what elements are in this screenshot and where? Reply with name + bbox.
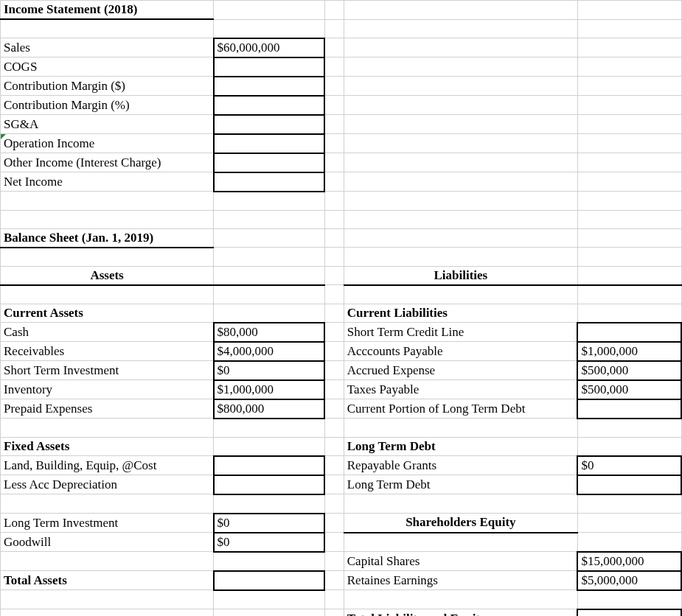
cell[interactable] <box>324 57 344 77</box>
cell[interactable] <box>214 1 325 20</box>
cell[interactable] <box>214 437 325 456</box>
cell[interactable] <box>1 494 214 514</box>
cell[interactable] <box>324 228 344 248</box>
cell[interactable] <box>344 590 577 609</box>
cell[interactable] <box>344 172 577 192</box>
cell[interactable] <box>577 494 681 514</box>
total-le-value[interactable] <box>577 609 681 617</box>
cell[interactable] <box>577 172 681 192</box>
cell[interactable] <box>577 266 681 285</box>
cell[interactable] <box>344 419 577 438</box>
ltd-value[interactable] <box>577 475 681 494</box>
inventory-value[interactable]: $1,000,000 <box>214 380 325 399</box>
cell[interactable] <box>324 494 344 514</box>
other-income-value[interactable] <box>214 153 325 172</box>
cell[interactable] <box>577 153 681 172</box>
cell[interactable] <box>577 533 681 552</box>
cell[interactable] <box>577 96 681 115</box>
cell[interactable] <box>577 514 681 533</box>
cell[interactable] <box>577 210 681 228</box>
cell[interactable] <box>324 77 344 96</box>
cell[interactable] <box>324 134 344 153</box>
sga-value[interactable] <box>214 115 325 134</box>
cell[interactable] <box>324 192 344 211</box>
cell[interactable] <box>1 192 214 211</box>
cell[interactable] <box>1 552 214 571</box>
cell[interactable] <box>324 1 344 20</box>
accrued-value[interactable]: $500,000 <box>577 361 681 380</box>
goodwill-value[interactable]: $0 <box>214 533 325 552</box>
net-income-value[interactable] <box>214 172 325 192</box>
cell[interactable] <box>344 192 577 211</box>
cell[interactable] <box>324 399 344 419</box>
capital-value[interactable]: $15,000,000 <box>577 552 681 571</box>
taxes-value[interactable]: $500,000 <box>577 380 681 399</box>
cell[interactable] <box>577 115 681 134</box>
cell[interactable] <box>1 419 214 438</box>
cell[interactable] <box>324 285 344 304</box>
lti-value[interactable]: $0 <box>214 514 325 533</box>
cell[interactable] <box>214 228 325 248</box>
cell[interactable] <box>324 533 344 552</box>
ap-value[interactable]: $1,000,000 <box>577 342 681 361</box>
cell[interactable] <box>577 134 681 153</box>
cell[interactable] <box>324 571 344 590</box>
cell[interactable] <box>324 590 344 609</box>
cell[interactable] <box>324 323 344 342</box>
sales-value[interactable]: $60,000,000 <box>214 38 325 57</box>
cell[interactable] <box>577 57 681 77</box>
cell[interactable] <box>324 96 344 115</box>
cell[interactable] <box>1 590 214 609</box>
cell[interactable] <box>214 590 325 609</box>
cell[interactable] <box>324 304 344 323</box>
cell[interactable] <box>214 552 325 571</box>
cell[interactable] <box>577 228 681 248</box>
cell[interactable] <box>324 475 344 494</box>
cell[interactable] <box>214 248 325 267</box>
cell[interactable] <box>324 115 344 134</box>
cell[interactable] <box>214 210 325 228</box>
cell[interactable] <box>1 248 214 267</box>
cell[interactable] <box>577 1 681 20</box>
less-dep-value[interactable] <box>214 475 325 494</box>
total-assets-value[interactable] <box>214 571 325 590</box>
cash-value[interactable]: $80,000 <box>214 323 325 342</box>
cell[interactable] <box>324 552 344 571</box>
cell[interactable] <box>344 285 577 304</box>
prepaid-value[interactable]: $800,000 <box>214 399 325 419</box>
cell[interactable] <box>324 210 344 228</box>
cell[interactable] <box>577 248 681 267</box>
cell[interactable] <box>1 19 214 38</box>
cell[interactable] <box>344 115 577 134</box>
cpltd-value[interactable] <box>577 399 681 419</box>
cell[interactable] <box>1 210 214 228</box>
cell[interactable] <box>577 19 681 38</box>
repayable-value[interactable]: $0 <box>577 456 681 475</box>
cell[interactable] <box>577 590 681 609</box>
cell[interactable] <box>344 228 577 248</box>
cell[interactable] <box>344 57 577 77</box>
cell[interactable] <box>344 1 577 20</box>
cell[interactable] <box>324 419 344 438</box>
cell[interactable] <box>1 609 214 617</box>
cell[interactable] <box>324 19 344 38</box>
cell[interactable] <box>577 304 681 323</box>
cogs-value[interactable] <box>214 57 325 77</box>
lbe-value[interactable] <box>214 456 325 475</box>
cell[interactable] <box>214 304 325 323</box>
cell[interactable] <box>577 419 681 438</box>
cell[interactable] <box>324 380 344 399</box>
cell[interactable] <box>324 172 344 192</box>
cell[interactable] <box>344 494 577 514</box>
cell[interactable] <box>577 437 681 456</box>
cell[interactable] <box>577 285 681 304</box>
cell[interactable] <box>324 437 344 456</box>
cm-pct-value[interactable] <box>214 96 325 115</box>
cell[interactable] <box>344 38 577 57</box>
cell[interactable] <box>577 192 681 211</box>
cell[interactable] <box>577 77 681 96</box>
cell[interactable] <box>344 248 577 267</box>
cell[interactable] <box>324 153 344 172</box>
cell[interactable] <box>324 342 344 361</box>
cell[interactable] <box>344 96 577 115</box>
